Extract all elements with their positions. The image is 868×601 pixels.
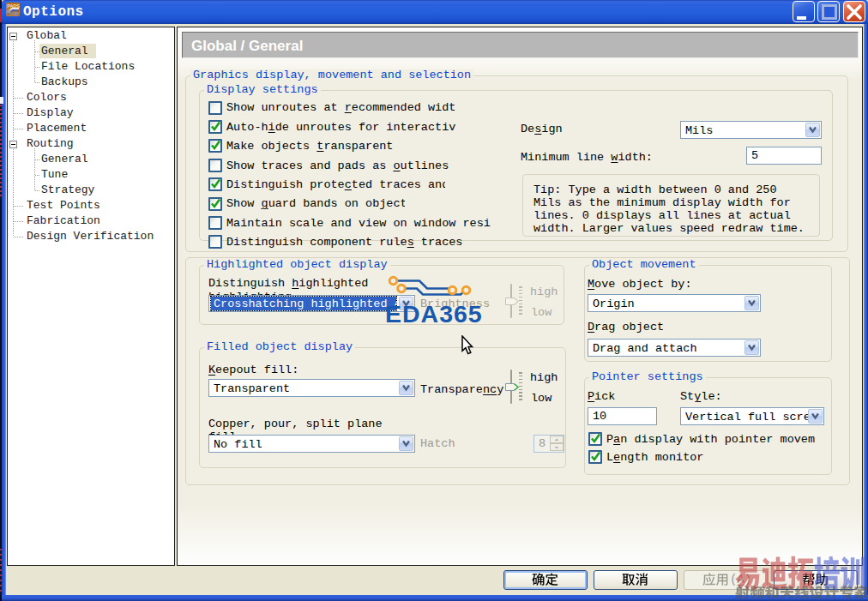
svg-text:PADS: PADS xyxy=(7,3,20,9)
